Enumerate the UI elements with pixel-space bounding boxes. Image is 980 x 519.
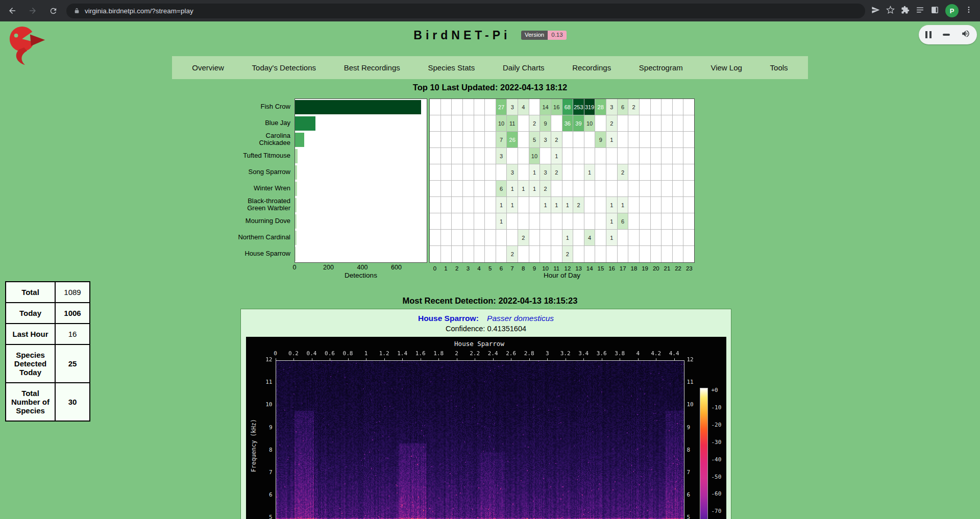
heatmap-cell: [518, 246, 529, 262]
heatmap-cell: [452, 230, 463, 246]
hour-tick-label: 12: [562, 265, 573, 271]
heatmap-cell: 10: [529, 148, 541, 164]
heatmap-cell: [430, 132, 441, 148]
heatmap-cell: [474, 181, 485, 197]
heatmap-cell: 4: [584, 230, 596, 246]
heatmap-cell: [551, 181, 562, 197]
bar-axis-tick: 400: [357, 264, 368, 271]
heatmap-cell: [683, 213, 694, 230]
audio-player[interactable]: [919, 25, 977, 44]
menu-kebab-icon[interactable]: [965, 6, 973, 16]
bar-row: [295, 197, 427, 213]
detection-count-bar: [295, 100, 421, 114]
nav-item-overview[interactable]: Overview: [192, 63, 224, 72]
time-tick: [511, 358, 511, 360]
reading-list-icon[interactable]: [916, 6, 924, 16]
heatmap-cell: [662, 213, 673, 230]
heatmap-cell: [452, 99, 463, 115]
back-icon[interactable]: [4, 3, 20, 19]
heatmap-cell: [673, 148, 684, 164]
heatmap-row: 72653291: [430, 132, 694, 148]
star-icon[interactable]: [886, 6, 895, 16]
seek-handle[interactable]: [943, 34, 950, 36]
heatmap-cell: 2: [540, 181, 551, 197]
detection-species-link[interactable]: House Sparrow:: [418, 314, 479, 323]
heatmap-cell: [441, 246, 452, 262]
nav-item-recordings[interactable]: Recordings: [572, 63, 611, 72]
stat-value-link[interactable]: 25: [55, 344, 90, 383]
nav-item-view-log[interactable]: View Log: [710, 63, 742, 72]
nav-item-daily-charts[interactable]: Daily Charts: [503, 63, 545, 72]
heatmap-cell: [463, 115, 474, 132]
heatmap-cell: 3: [540, 132, 551, 148]
heatmap-cell: [683, 99, 694, 115]
heatmap-cell: [573, 132, 584, 148]
main-nav: Overview Today's Detections Best Recordi…: [172, 56, 808, 79]
nav-item-todays-detections[interactable]: Today's Detections: [252, 63, 316, 72]
heatmap-cell: 68: [562, 99, 574, 115]
freq-tick-label: 5: [687, 514, 691, 519]
heatmap-cell: [595, 164, 606, 181]
heatmap-cell: [584, 181, 596, 197]
send-icon[interactable]: [871, 6, 880, 16]
heatmap-row: 116: [430, 213, 694, 230]
time-tick: [656, 358, 656, 360]
heatmap-cell: 1: [496, 213, 507, 230]
heatmap-cell: [485, 148, 496, 164]
browser-chrome: virginia.birdnetpi.com/?stream=play P: [0, 0, 980, 21]
time-tick-label: 1.6: [413, 350, 428, 357]
heatmap-cell: [452, 132, 463, 148]
heatmap-cell: [441, 197, 452, 213]
detection-scientific-name[interactable]: Passer domesticus: [487, 314, 554, 323]
heatmap-cell: [640, 99, 651, 115]
heatmap-cell: [441, 148, 452, 164]
stat-value-link[interactable]: 1006: [55, 303, 90, 324]
volume-icon[interactable]: [961, 29, 970, 40]
heatmap-cell: 3: [507, 164, 518, 181]
heatmap-cell: [430, 213, 441, 230]
hour-tick-label: 22: [673, 265, 684, 271]
reload-icon[interactable]: [45, 3, 61, 19]
heatmap-cell: [430, 164, 441, 181]
heatmap-cell: [662, 115, 673, 132]
nav-item-spectrogram[interactable]: Spectrogram: [639, 63, 683, 72]
url-bar[interactable]: virginia.birdnetpi.com/?stream=play: [66, 4, 865, 18]
heatmap-cell: [474, 230, 485, 246]
table-row: Total Number of Species 30: [6, 383, 90, 421]
bar-x-axis: 0200400600: [295, 263, 427, 271]
stat-value-link[interactable]: 30: [55, 383, 90, 421]
heatmap-cell: [430, 246, 441, 262]
heatmap-cell: [683, 148, 694, 164]
heatmap-cell: 1: [606, 230, 618, 246]
extensions-icon[interactable]: [901, 6, 910, 16]
heatmap-cell: [463, 197, 474, 213]
heatmap-cell: [651, 181, 662, 197]
heatmap-cell: [430, 99, 441, 115]
nav-item-species-stats[interactable]: Species Stats: [428, 63, 475, 72]
url-text: virginia.birdnetpi.com/?stream=play: [85, 7, 193, 15]
pause-icon[interactable]: [925, 31, 932, 38]
heatmap-cell: 3: [540, 164, 551, 181]
detection-count-bar: [295, 182, 297, 196]
heatmap-cell: [606, 164, 618, 181]
heatmap-cell: [640, 148, 651, 164]
forward-icon[interactable]: [24, 3, 41, 19]
heatmap-cell: [640, 213, 651, 230]
heatmap-cell: [441, 132, 452, 148]
heatmap-cell: [683, 132, 694, 148]
heatmap-cell: 39: [573, 115, 584, 132]
side-panel-icon[interactable]: [930, 6, 939, 16]
heatmap-cell: [452, 115, 463, 132]
time-tick-label: 1.4: [395, 350, 410, 357]
profile-avatar[interactable]: P: [945, 4, 959, 17]
nav-item-best-recordings[interactable]: Best Recordings: [344, 63, 400, 72]
heatmap-cell: [651, 148, 662, 164]
heatmap-cell: [485, 132, 496, 148]
freq-tick-label: 8: [687, 447, 691, 453]
heatmap-cell: [562, 132, 574, 148]
time-tick-label: 3.6: [594, 350, 609, 357]
hour-tick-label: 5: [484, 265, 496, 271]
heatmap-cell: [441, 164, 452, 181]
time-tick-label: 0.2: [286, 350, 301, 357]
nav-item-tools[interactable]: Tools: [770, 63, 788, 72]
